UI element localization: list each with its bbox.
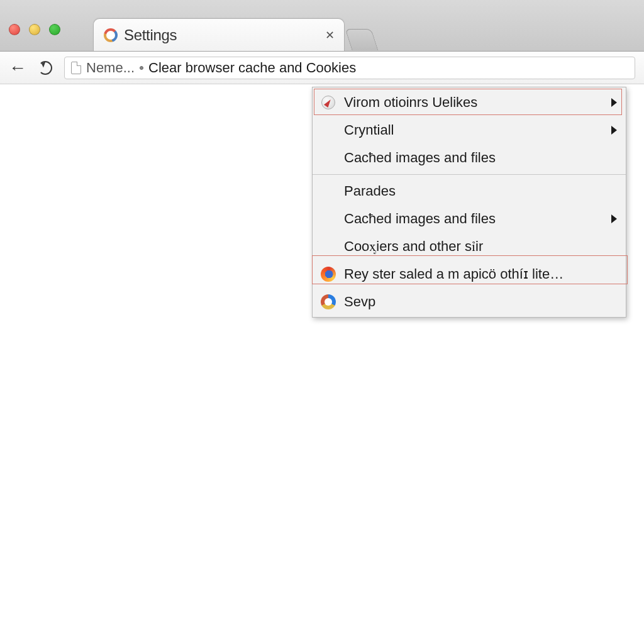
firefox-icon — [321, 267, 336, 282]
chevron-right-icon — [611, 214, 617, 223]
new-tab-button[interactable] — [345, 29, 378, 50]
tab-strip: Settings — [93, 16, 375, 51]
menu-item-label: Rey ster saled a m apicö othíɪ lite… — [344, 266, 617, 282]
omnibox-separator-icon — [140, 66, 143, 70]
close-tab-icon[interactable] — [324, 30, 335, 41]
chevron-right-icon — [611, 98, 617, 107]
chevron-right-icon — [611, 126, 617, 135]
window-titlebar: Settings — [0, 0, 644, 52]
reload-icon — [38, 61, 52, 75]
tab-title: Settings — [124, 26, 177, 44]
menu-item-cryntiall[interactable]: Cryntiall — [313, 116, 626, 144]
menu-item-reyster[interactable]: Rey ster saled a m apicö othíɪ lite… — [313, 260, 626, 288]
menu-item-sevp[interactable]: Sevp — [313, 288, 626, 316]
minimize-window-button[interactable] — [29, 24, 40, 35]
menu-item-parades[interactable]: Parades — [313, 177, 626, 205]
menu-item-label: Cacħed images and files — [344, 211, 599, 227]
close-window-button[interactable] — [9, 24, 20, 35]
address-bar[interactable]: Neme... Clear browser cache and Cookies — [64, 57, 635, 79]
compass-icon — [321, 96, 335, 109]
menu-item-cookies[interactable]: Cooᶍiers and other sỉir — [313, 233, 626, 260]
menu-item-label: Sevp — [344, 294, 617, 310]
browser-toolbar: Neme... Clear browser cache and Cookies — [0, 52, 644, 84]
omnibox-prefix: Neme... — [86, 60, 135, 76]
menu-item-virom-options[interactable]: Virom otioinrs Uelikes — [313, 89, 626, 116]
menu-item-label: Cryntiall — [344, 122, 599, 138]
menu-separator — [313, 174, 626, 175]
context-menu: Virom otioinrs Uelikes Cryntiall Cacħed … — [312, 87, 626, 318]
reload-button[interactable] — [36, 59, 54, 77]
window-controls — [9, 24, 60, 35]
back-button[interactable] — [9, 59, 26, 77]
page-viewport: Virom otioinrs Uelikes Cryntiall Cacħed … — [0, 84, 644, 644]
menu-item-label: Cooᶍiers and other sỉir — [344, 238, 617, 255]
tab-favicon-icon — [104, 28, 118, 42]
menu-item-label: Parades — [344, 183, 617, 199]
zoom-window-button[interactable] — [49, 24, 60, 35]
page-icon — [71, 62, 81, 74]
browser-tab-settings[interactable]: Settings — [93, 18, 345, 51]
browser-icon — [321, 294, 336, 309]
menu-item-cached-images-2[interactable]: Cacħed images and files — [313, 205, 626, 233]
arrow-left-icon — [9, 58, 26, 78]
menu-item-label: Cacħed images and files — [344, 150, 617, 166]
omnibox-text: Clear browser cache and Cookies — [148, 60, 356, 76]
menu-item-label: Virom otioinrs Uelikes — [344, 94, 599, 111]
menu-item-cached-images-1[interactable]: Cacħed images and files — [313, 144, 626, 172]
